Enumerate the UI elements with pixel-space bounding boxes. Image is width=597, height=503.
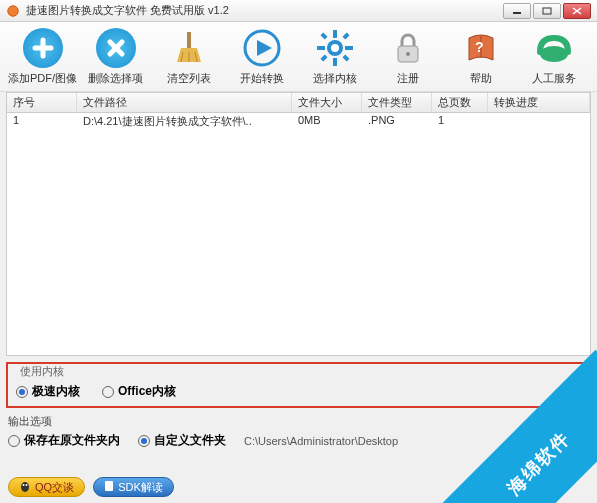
kernel-group-label: 使用内核: [16, 364, 68, 379]
qq-icon: [19, 480, 31, 494]
svg-rect-20: [321, 32, 328, 39]
svg-rect-23: [321, 54, 328, 61]
file-list-table: 序号 文件路径 文件大小 文件类型 总页数 转换进度 1 D:\4.21\捷速图…: [6, 92, 591, 356]
plus-icon: [23, 28, 63, 68]
x-icon: [96, 28, 136, 68]
window-title: 捷速图片转换成文字软件 免费试用版 v1.2: [26, 3, 503, 18]
clear-list-button[interactable]: 清空列表: [155, 28, 223, 86]
toolbar-label: 开始转换: [240, 71, 284, 86]
radio-label: 极速内核: [32, 383, 80, 400]
svg-point-24: [331, 44, 339, 52]
toolbar-label: 清空列表: [167, 71, 211, 86]
table-header: 序号 文件路径 文件大小 文件类型 总页数 转换进度: [7, 93, 590, 113]
radio-icon: [102, 386, 114, 398]
svg-rect-21: [343, 54, 350, 61]
play-icon: [242, 28, 282, 68]
title-bar: 捷速图片转换成文字软件 免费试用版 v1.2: [0, 0, 597, 22]
maximize-button[interactable]: [533, 3, 561, 19]
output-path-text: C:\Users\Administrator\Desktop: [244, 435, 398, 447]
sdk-doc-button[interactable]: SDK解读: [93, 477, 174, 497]
svg-rect-17: [333, 58, 337, 66]
col-type[interactable]: 文件类型: [362, 93, 432, 112]
start-convert-button[interactable]: 开始转换: [228, 28, 296, 86]
cell-progress: [488, 113, 590, 131]
add-pdf-image-button[interactable]: 添加PDF/图像: [9, 28, 77, 86]
toolbar-label: 注册: [397, 71, 419, 86]
kernel-group-highlighted: 使用内核 极速内核 Office内核: [6, 362, 591, 408]
col-progress[interactable]: 转换进度: [488, 93, 590, 112]
toolbar-label: 帮助: [470, 71, 492, 86]
window-controls: [503, 3, 591, 19]
output-section: 输出选项 保存在原文件夹内 自定义文件夹 C:\Users\Administra…: [8, 414, 589, 449]
phone-icon: [534, 28, 574, 68]
radio-icon: [8, 435, 20, 447]
svg-point-29: [540, 46, 568, 62]
svg-point-0: [8, 5, 19, 16]
svg-point-31: [23, 484, 25, 486]
cell-index: 1: [7, 113, 77, 131]
button-label: SDK解读: [118, 480, 163, 495]
radio-icon: [16, 386, 28, 398]
kernel-office-radio[interactable]: Office内核: [102, 383, 176, 400]
svg-rect-22: [343, 32, 350, 39]
svg-rect-2: [543, 8, 551, 14]
radio-label: Office内核: [118, 383, 176, 400]
button-label: QQ交谈: [35, 480, 74, 495]
col-size[interactable]: 文件大小: [292, 93, 362, 112]
kernel-fast-radio[interactable]: 极速内核: [16, 383, 80, 400]
main-toolbar: 添加PDF/图像 删除选择项 清空列表 开始转换 选择内核 注册 ? 帮助: [0, 22, 597, 92]
remove-selected-button[interactable]: 删除选择项: [82, 28, 150, 86]
select-engine-button[interactable]: 选择内核: [301, 28, 369, 86]
svg-point-26: [406, 52, 410, 56]
footer-bar: QQ交谈 SDK解读: [8, 477, 174, 497]
svg-point-32: [26, 484, 28, 486]
book-icon: ?: [461, 28, 501, 68]
cell-size: 0MB: [292, 113, 362, 131]
svg-rect-16: [333, 30, 337, 38]
svg-rect-18: [317, 46, 325, 50]
radio-label: 自定义文件夹: [154, 432, 226, 449]
doc-icon: [104, 480, 114, 494]
cell-type: .PNG: [362, 113, 432, 131]
col-index[interactable]: 序号: [7, 93, 77, 112]
table-row[interactable]: 1 D:\4.21\捷速图片转换成文字软件\.. 0MB .PNG 1: [7, 113, 590, 131]
output-same-folder-radio[interactable]: 保存在原文件夹内: [8, 432, 120, 449]
toolbar-label: 删除选择项: [88, 71, 143, 86]
radio-icon: [138, 435, 150, 447]
help-button[interactable]: ? 帮助: [447, 28, 515, 86]
lock-icon: [388, 28, 428, 68]
svg-rect-33: [105, 481, 113, 491]
gear-icon: [315, 28, 355, 68]
col-pages[interactable]: 总页数: [432, 93, 488, 112]
toolbar-label: 选择内核: [313, 71, 357, 86]
broom-icon: [169, 28, 209, 68]
svg-rect-19: [345, 46, 353, 50]
svg-text:?: ?: [475, 39, 484, 55]
svg-marker-14: [257, 40, 272, 56]
output-custom-folder-radio[interactable]: 自定义文件夹: [138, 432, 226, 449]
app-icon: [6, 4, 20, 18]
toolbar-label: 添加PDF/图像: [8, 71, 77, 86]
close-button[interactable]: [563, 3, 591, 19]
output-group-label: 输出选项: [8, 414, 589, 429]
customer-service-button[interactable]: 人工服务: [520, 28, 588, 86]
qq-chat-button[interactable]: QQ交谈: [8, 477, 85, 497]
toolbar-label: 人工服务: [532, 71, 576, 86]
svg-point-30: [21, 482, 29, 492]
radio-label: 保存在原文件夹内: [24, 432, 120, 449]
cell-path: D:\4.21\捷速图片转换成文字软件\..: [77, 113, 292, 131]
register-button[interactable]: 注册: [374, 28, 442, 86]
svg-rect-9: [187, 32, 191, 48]
cell-pages: 1: [432, 113, 488, 131]
minimize-button[interactable]: [503, 3, 531, 19]
col-path[interactable]: 文件路径: [77, 93, 292, 112]
